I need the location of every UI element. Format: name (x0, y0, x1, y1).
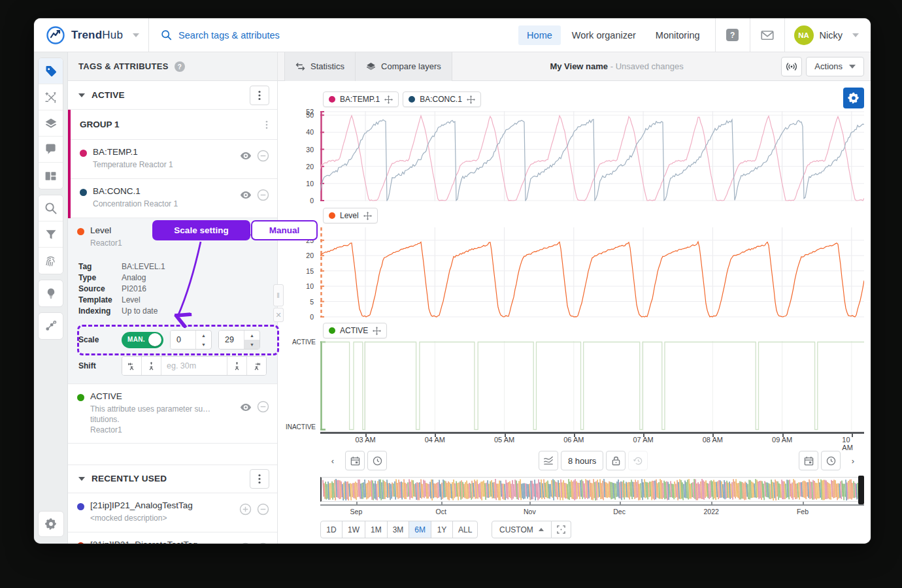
tab-compare-layers[interactable]: Compare layers (356, 52, 452, 81)
remove-tag-button[interactable] (257, 189, 269, 201)
scale-max-input[interactable] (219, 331, 244, 349)
rail-settings-button[interactable] (38, 511, 64, 537)
shift-right-button[interactable] (227, 357, 246, 375)
tag-row-group-0[interactable]: BA:TEMP.1Temperature Reactor 1 (71, 140, 277, 179)
rail-formulas-button[interactable] (39, 84, 63, 110)
tag-row-active-attr[interactable]: ACTIVE This attribute uses parameter su…… (68, 384, 277, 444)
plot-active-trend[interactable] (320, 341, 864, 431)
pan-right-button[interactable]: › (843, 451, 863, 470)
legend-chip-0[interactable]: Level (323, 208, 378, 223)
plot-analog-trend[interactable] (320, 111, 864, 201)
range-button-all[interactable]: ALL (452, 521, 478, 538)
range-button-1y[interactable]: 1Y (431, 521, 453, 538)
rail-dashboard-button[interactable] (39, 163, 63, 189)
add-tag-button[interactable] (239, 542, 252, 544)
mail-icon (761, 30, 774, 41)
rail-tags-button[interactable] (39, 58, 63, 84)
scale-min-input[interactable] (171, 331, 195, 349)
rail-layers-button[interactable] (39, 110, 63, 137)
fingerprint-icon (44, 255, 57, 267)
duration-button[interactable]: 8 hours (561, 451, 603, 470)
series-color-dot (77, 394, 84, 401)
clock-end-button[interactable] (821, 451, 841, 470)
panel-collapse-button[interactable]: ✕ (273, 308, 284, 322)
add-tag-button[interactable] (239, 503, 252, 515)
remove-tag-button[interactable] (257, 150, 269, 162)
rail-filter-button[interactable] (39, 221, 63, 248)
legend-chip-0[interactable]: ACTIVE (323, 323, 387, 338)
user-menu[interactable]: NA Nicky (785, 25, 871, 45)
tag-row-group-1[interactable]: BA:CONC.1Concentration Reactor 1 (71, 179, 277, 218)
pan-left-button[interactable]: ‹ (323, 451, 342, 470)
custom-range-button[interactable]: CUSTOM (492, 521, 552, 538)
custom-range-picker-button[interactable] (552, 521, 571, 538)
shift-far-left-button[interactable] (122, 357, 142, 375)
help-button[interactable]: ? (716, 18, 750, 52)
visibility-toggle-button[interactable] (240, 230, 252, 242)
range-button-3m[interactable]: 3M (387, 521, 410, 538)
tag-row-recent-1[interactable]: [21ip]IP21_DiscreteTestTag (68, 532, 277, 544)
brand-logo[interactable]: TrendHub (34, 25, 148, 45)
minus-circle-icon (257, 150, 269, 162)
rail-recommendations-button[interactable] (39, 280, 63, 306)
panel-resize-handle[interactable]: ‖ (273, 284, 284, 306)
legend-chip-0[interactable]: BA:TEMP.1 (323, 91, 399, 107)
calendar-end-button[interactable] (799, 451, 818, 470)
view-title[interactable]: My View name (550, 61, 608, 71)
nav-home[interactable]: Home (518, 25, 561, 45)
range-button-6m[interactable]: 6M (409, 521, 431, 538)
search-input[interactable] (178, 30, 453, 41)
y-tick-label: 0 (310, 197, 314, 204)
spin-down-icon[interactable]: ▼ (244, 340, 259, 349)
spin-up-icon[interactable]: ▲ (244, 331, 259, 340)
range-button-1m[interactable]: 1M (365, 521, 388, 538)
rail-search-button[interactable] (39, 195, 63, 221)
remove-tag-button[interactable] (257, 542, 269, 544)
tag-row-level[interactable]: Level Reactor1 (68, 218, 277, 257)
group-1-menu-button[interactable] (265, 120, 268, 129)
shift-left-button[interactable] (142, 357, 161, 375)
lock-duration-button[interactable] (606, 451, 626, 470)
collapse-chevron-icon[interactable] (78, 93, 85, 97)
remove-tag-button[interactable] (257, 228, 269, 243)
panel-help-icon[interactable]: ? (175, 61, 185, 72)
nav-monitoring[interactable]: Monitoring (647, 25, 709, 45)
collapse-chevron-icon[interactable] (78, 477, 85, 481)
rail-context-items-button[interactable] (39, 313, 63, 339)
visibility-toggle-button[interactable] (240, 191, 252, 199)
shift-far-right-button[interactable] (246, 357, 266, 375)
messages-button[interactable] (750, 18, 784, 52)
live-broadcast-button[interactable] (781, 57, 802, 76)
tab-statistics[interactable]: Statistics (284, 52, 356, 81)
manual-scale-toggle[interactable]: MAN. (122, 332, 163, 348)
clock-start-button[interactable] (367, 451, 387, 470)
section-active-menu-button[interactable] (250, 86, 269, 105)
context-range-handle[interactable] (858, 476, 864, 504)
tag-row-recent-0[interactable]: [21ip]IP21_AnalogTestTag<mocked descript… (68, 493, 277, 532)
range-button-1d[interactable]: 1D (320, 521, 342, 538)
spin-down-icon[interactable]: ▼ (196, 340, 211, 349)
plot-level-trend[interactable] (320, 227, 864, 318)
rail-comments-button[interactable] (39, 137, 63, 163)
nav-work-organizer[interactable]: Work organizer (563, 25, 644, 45)
time-tick-label: 08 AM (703, 436, 723, 444)
legend-chip-1[interactable]: BA:CONC.1 (403, 91, 481, 107)
remove-tag-button[interactable] (257, 400, 269, 416)
time-tick-label: 06 AM (563, 436, 584, 444)
visibility-toggle-button[interactable] (240, 402, 252, 414)
rail-fingerprint-button[interactable] (39, 248, 63, 274)
time-axis-bar[interactable] (320, 432, 864, 434)
context-overview-strip[interactable] (320, 477, 864, 502)
actions-button[interactable]: Actions (806, 57, 864, 76)
section-recent-menu-button[interactable] (250, 469, 269, 489)
shift-value-input[interactable] (161, 357, 227, 375)
remove-tag-button[interactable] (257, 503, 269, 515)
brand-caret-icon[interactable] (133, 33, 139, 37)
calendar-start-button[interactable] (345, 451, 365, 470)
visibility-toggle-button[interactable] (240, 152, 252, 160)
chart-settings-button[interactable] (843, 88, 864, 108)
range-button-1w[interactable]: 1W (342, 521, 365, 538)
series-color-dot (77, 542, 84, 544)
compare-trends-button[interactable] (539, 451, 558, 470)
spin-up-icon[interactable]: ▲ (196, 331, 211, 340)
